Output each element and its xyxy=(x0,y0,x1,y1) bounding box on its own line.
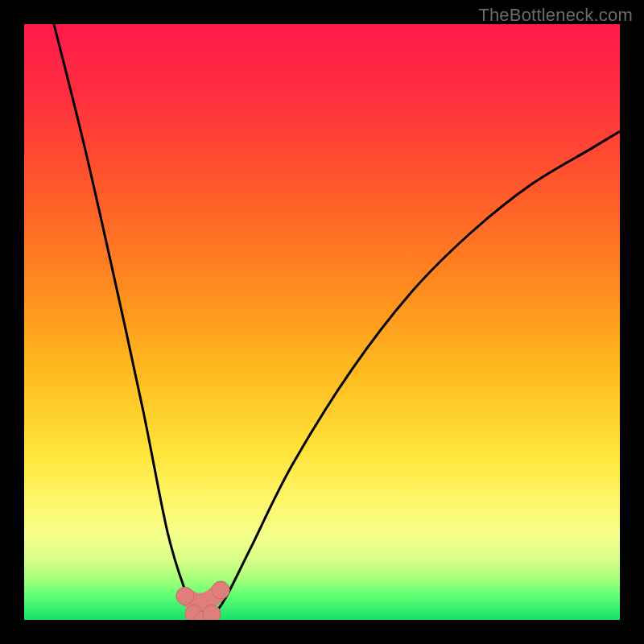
plot-area xyxy=(24,24,620,620)
optimal-range-low-b-marker xyxy=(203,605,221,620)
optimal-markers xyxy=(176,581,229,620)
bottleneck-curve xyxy=(54,24,620,620)
curve-layer xyxy=(24,24,620,620)
optimal-range-start-marker xyxy=(176,587,194,605)
optimal-range-end-marker xyxy=(212,581,229,599)
outer-frame: TheBottleneck.com xyxy=(0,0,644,644)
watermark-text: TheBottleneck.com xyxy=(478,5,633,26)
